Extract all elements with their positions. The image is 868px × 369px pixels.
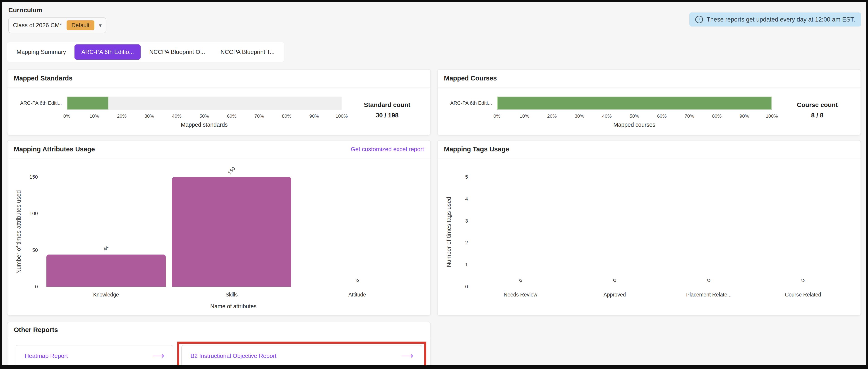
x-tick-label: 40%	[172, 113, 182, 119]
summary-cards-row: Mapped Standards ARC-PA 6th Editi... 0%1…	[7, 69, 861, 136]
card-title: Mapping Attributes Usage	[14, 145, 95, 153]
report-link[interactable]: B2 Instructional Objective Report	[190, 352, 276, 360]
mapped-courses-card: Mapped Courses ARC-PA 6th Editi... 0%10%…	[437, 69, 861, 136]
x-category-label: Needs Review	[473, 292, 567, 300]
x-tick-label: 0%	[63, 113, 70, 119]
mapping-attributes-usage-card: Mapping Attributes Usage Get customized …	[7, 140, 431, 316]
bar-column-placement-relate: 0	[662, 177, 756, 287]
default-badge: Default	[67, 20, 94, 30]
card-title: Mapping Tags Usage	[444, 145, 509, 153]
y-axis-title: Number of times attributes used	[13, 177, 24, 287]
x-axis-title: Name of attributes	[43, 300, 424, 313]
screenshot-frame: Curriculum Class of 2026 CM* Default ▾ i…	[0, 0, 868, 369]
tabs-bar: Mapping SummaryARC-PA 6th Editio...NCCPA…	[7, 42, 284, 62]
x-tick-label: 90%	[740, 113, 749, 119]
report-card-heatmap-report[interactable]: Heatmap Report⟶	[16, 345, 173, 367]
x-tick-label: 70%	[685, 113, 694, 119]
bar-value-label: 0	[800, 278, 806, 283]
y-tick-label: 3	[465, 218, 468, 224]
count-label: Course count	[780, 100, 855, 110]
x-tick-label: 50%	[199, 113, 209, 119]
bar-column-course-related: 0	[756, 177, 850, 287]
card-header: Mapped Courses	[438, 69, 861, 87]
bar-value-label: 44	[102, 244, 110, 252]
count-block: Course count 8 / 8	[780, 100, 855, 120]
x-axis-title: Mapped courses	[497, 121, 772, 128]
bar-value-label: 0	[354, 278, 360, 283]
x-tick-label: 80%	[712, 113, 721, 119]
bar-column-attitude: 0	[294, 177, 420, 287]
card-title: Other Reports	[14, 326, 58, 334]
tab-arc-pa-6th-editio[interactable]: ARC-PA 6th Editio...	[74, 45, 141, 60]
card-header: Mapping Attributes Usage Get customized …	[7, 141, 430, 159]
tab-nccpa-blueprint-t[interactable]: NCCPA Blueprint T...	[214, 45, 281, 60]
row-label: ARC-PA 6th Editi...	[11, 96, 67, 110]
x-axis-title: Mapped standards	[67, 121, 342, 128]
x-tick-label: 80%	[282, 113, 291, 119]
bar-column-approved: 0	[567, 177, 662, 287]
bar-value-label: 150	[227, 166, 236, 175]
plot-area: 050100150441500	[43, 177, 420, 287]
card-title: Mapped Courses	[444, 75, 497, 82]
y-tick-label: 0	[465, 284, 468, 290]
usage-cards-row: Mapping Attributes Usage Get customized …	[7, 140, 861, 316]
top-bar: Curriculum Class of 2026 CM* Default ▾ i…	[7, 6, 861, 33]
x-tick-label: 20%	[117, 113, 127, 119]
curriculum-label: Curriculum	[8, 6, 106, 14]
chevron-down-icon[interactable]: ▾	[99, 23, 102, 28]
bar-value-label: 0	[706, 278, 712, 283]
progress-bar-area: 0%10%20%30%40%50%60%70%80%90%100% Mapped…	[497, 96, 772, 128]
curriculum-select-value: Class of 2026 CM*	[13, 22, 62, 29]
report-card-b2-instructional-objective-report[interactable]: B2 Instructional Objective Report⟶	[181, 345, 422, 367]
x-axis-categories: KnowledgeSkillsAttitude	[43, 287, 420, 300]
row-label: ARC-PA 6th Editi...	[441, 96, 497, 110]
y-tick-label: 4	[465, 196, 468, 202]
progress-chart: ARC-PA 6th Editi... 0%10%20%30%40%50%60%…	[7, 87, 430, 128]
tab-nccpa-blueprint-o[interactable]: NCCPA Blueprint O...	[143, 45, 212, 60]
x-tick-label: 40%	[602, 113, 612, 119]
count-value: 30 / 198	[350, 110, 425, 120]
y-tick-label: 100	[29, 210, 38, 217]
bar-value-label: 0	[612, 278, 618, 283]
tab-mapping-summary[interactable]: Mapping Summary	[10, 45, 73, 60]
card-header: Mapping Tags Usage	[438, 141, 861, 159]
x-tick-label: 60%	[657, 113, 666, 119]
progress-track	[67, 96, 342, 110]
reports-row: Heatmap Report⟶B2 Instructional Objectiv…	[7, 338, 430, 367]
get-customized-excel-report-link[interactable]: Get customized excel report	[351, 146, 424, 153]
x-tick-label: 30%	[145, 113, 154, 119]
x-axis-title	[473, 300, 854, 313]
curriculum-select[interactable]: Class of 2026 CM* Default ▾	[8, 18, 106, 33]
report-link[interactable]: Heatmap Report	[25, 352, 68, 360]
x-tick-label: 100%	[336, 113, 348, 119]
count-label: Standard count	[350, 100, 425, 110]
curriculum-block: Curriculum Class of 2026 CM* Default ▾	[8, 6, 106, 33]
count-value: 8 / 8	[780, 110, 855, 120]
bar-chart: Number of times attributes used 05010015…	[7, 159, 430, 315]
progress-track	[497, 96, 772, 110]
progress-chart: ARC-PA 6th Editi... 0%10%20%30%40%50%60%…	[438, 87, 861, 128]
card-header: Mapped Standards	[7, 69, 430, 87]
bar-chart: Number of times tags used 0123450000 Nee…	[438, 159, 861, 315]
x-category-label: Knowledge	[43, 292, 169, 300]
x-category-label: Placement Relate...	[662, 292, 756, 300]
y-axis-title: Number of times tags used	[443, 177, 454, 287]
bars-area: 441500	[43, 177, 420, 287]
x-axis-ticks: 0%10%20%30%40%50%60%70%80%90%100%	[67, 110, 342, 121]
bar-column-needs-review: 0	[473, 177, 567, 287]
x-category-label: Course Related	[756, 292, 850, 300]
y-tick-label: 2	[465, 240, 468, 246]
bar-knowledge	[46, 255, 166, 287]
bar-skills	[172, 177, 291, 287]
bar-value-label: 0	[518, 278, 523, 283]
count-block: Standard count 30 / 198	[350, 100, 425, 120]
arrow-right-icon[interactable]: ⟶	[153, 352, 164, 360]
dashboard-page: Curriculum Class of 2026 CM* Default ▾ i…	[2, 2, 866, 368]
bar-column-skills: 150	[169, 177, 294, 287]
progress-bar-area: 0%10%20%30%40%50%60%70%80%90%100% Mapped…	[67, 96, 342, 128]
x-category-label: Skills	[169, 292, 294, 300]
arrow-right-icon[interactable]: ⟶	[401, 352, 413, 360]
bar-column-knowledge: 44	[43, 177, 169, 287]
x-tick-label: 0%	[494, 113, 500, 119]
x-tick-label: 60%	[227, 113, 236, 119]
